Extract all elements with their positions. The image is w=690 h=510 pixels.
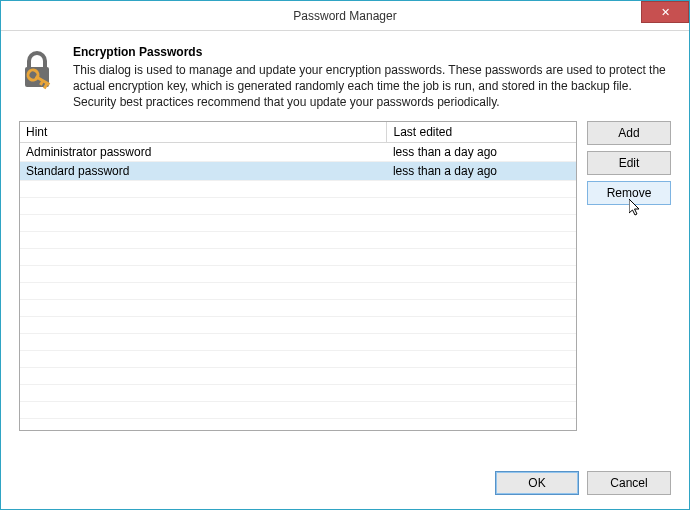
table-row-empty bbox=[20, 214, 576, 231]
side-button-group: Add Edit Remove bbox=[587, 121, 671, 431]
column-header-hint[interactable]: Hint bbox=[20, 122, 387, 143]
titlebar: Password Manager ✕ bbox=[1, 1, 689, 31]
header-description: This dialog is used to manage and update… bbox=[73, 62, 671, 111]
table-row-empty bbox=[20, 367, 576, 384]
table-row-empty bbox=[20, 401, 576, 418]
table-header-row: Hint Last edited bbox=[20, 122, 576, 143]
header-title: Encryption Passwords bbox=[73, 45, 671, 59]
table-row-empty bbox=[20, 282, 576, 299]
cell-hint: Standard password bbox=[20, 161, 387, 180]
header-text: Encryption Passwords This dialog is used… bbox=[73, 45, 671, 111]
table-row-empty bbox=[20, 265, 576, 282]
add-button[interactable]: Add bbox=[587, 121, 671, 145]
content-area: Encryption Passwords This dialog is used… bbox=[1, 31, 689, 111]
cell-last-edited: less than a day ago bbox=[387, 142, 576, 161]
header-section: Encryption Passwords This dialog is used… bbox=[19, 45, 671, 111]
remove-button[interactable]: Remove bbox=[587, 181, 671, 205]
body-row: Hint Last edited Administrator passwordl… bbox=[1, 121, 689, 431]
footer-buttons: OK Cancel bbox=[495, 471, 671, 495]
table-row-empty bbox=[20, 333, 576, 350]
table-row-empty bbox=[20, 350, 576, 367]
table-row[interactable]: Standard passwordless than a day ago bbox=[20, 161, 576, 180]
table-row-empty bbox=[20, 248, 576, 265]
cell-last-edited: less than a day ago bbox=[387, 161, 576, 180]
column-header-last-edited[interactable]: Last edited bbox=[387, 122, 576, 143]
table-row-empty bbox=[20, 180, 576, 197]
table-row-empty bbox=[20, 316, 576, 333]
password-manager-window: Password Manager ✕ Encryption bbox=[0, 0, 690, 510]
table-row[interactable]: Administrator passwordless than a day ag… bbox=[20, 142, 576, 161]
close-icon: ✕ bbox=[661, 6, 670, 19]
lock-key-icon bbox=[19, 47, 59, 91]
cancel-button[interactable]: Cancel bbox=[587, 471, 671, 495]
table-row-empty bbox=[20, 197, 576, 214]
cell-hint: Administrator password bbox=[20, 142, 387, 161]
table-row-empty bbox=[20, 299, 576, 316]
table-row-empty bbox=[20, 231, 576, 248]
password-table[interactable]: Hint Last edited Administrator passwordl… bbox=[19, 121, 577, 431]
ok-button[interactable]: OK bbox=[495, 471, 579, 495]
table-row-empty bbox=[20, 384, 576, 401]
edit-button[interactable]: Edit bbox=[587, 151, 671, 175]
window-title: Password Manager bbox=[1, 9, 689, 23]
close-button[interactable]: ✕ bbox=[641, 1, 689, 23]
